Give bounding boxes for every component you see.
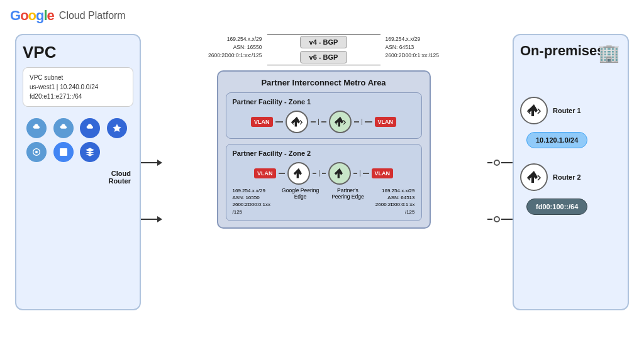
bgp-right-info: 169.254.x.x/29 ASN: 64513 2600:2D00:0:1:… — [386, 34, 448, 59]
vpc-title: VPC — [23, 43, 133, 62]
right-connectors — [487, 34, 513, 310]
cloud-router-label: CloudRouter — [109, 170, 131, 185]
cloud-icon-1 — [26, 118, 47, 138]
onprem-panel: On-premises 🏢 Router 1 10.120.1.0/24 — [513, 34, 629, 310]
subnet2-container: fd00:100::/64 — [526, 199, 621, 220]
subnet-ipv6: fd20:e11:e271::/64 — [30, 92, 126, 101]
zone2-right-info: 169.254.x.x/29 ASN: 64513 2600:2D00:0:1:… — [375, 187, 415, 215]
partner-peering-label: Partner'sPeering Edge — [331, 187, 364, 215]
network-icon-4 — [80, 142, 100, 162]
zone1-title: Partner Facility - Zone 1 — [233, 98, 415, 106]
bgp-left-info: 169.254.x.x/29 ASN: 16550 2600:2D00:0:1:… — [199, 34, 262, 59]
peering-labels: Google PeeringEdge Partner'sPeering Edge — [282, 187, 364, 215]
network-icon-2 — [26, 142, 47, 162]
zone2-panel: Partner Facility - Zone 2 VLAN — [226, 144, 422, 221]
left-connectors — [141, 34, 160, 310]
zone2-left-info: 169.254.x.x/29 ASN: 16550 2600:2D00:0:1x… — [233, 187, 271, 215]
cloud-router-area — [107, 142, 130, 162]
cloud-icons-grid — [25, 118, 131, 162]
router2-icon — [520, 163, 548, 191]
router1-label: Router 1 — [553, 107, 581, 114]
left-arrow-bottom — [138, 216, 162, 222]
zone2-vlan-left: VLAN — [254, 168, 276, 178]
zone2-node-right — [328, 162, 351, 185]
zone1-vlan-right: VLAN — [375, 117, 397, 127]
zone1-content: VLAN VLAN — [233, 111, 415, 133]
v6-bgp-box: v6 - BGP — [300, 51, 348, 63]
left-arrow-top — [138, 160, 162, 166]
bgp-line-container: v4 - BGP v6 - BGP — [267, 34, 380, 65]
subnet1-container: 10.120.1.0/24 — [526, 132, 621, 153]
router1-row: Router 1 — [520, 97, 621, 124]
zone2-title: Partner Facility - Zone 2 — [233, 150, 415, 157]
zone1-vlan-left: VLAN — [251, 117, 273, 127]
vpc-panel: VPC VPC subnet us-west1 | 10.240.0.0/24 … — [15, 34, 141, 310]
network-icon-1 — [107, 118, 127, 138]
gcp-logo: Google Cloud Platform — [10, 8, 126, 24]
svg-point-1 — [35, 151, 38, 153]
bgp-top-line — [267, 34, 380, 35]
onprem-routers: Router 1 10.120.1.0/24 Router 2 fd00:100… — [520, 97, 621, 220]
svg-rect-2 — [60, 148, 67, 156]
bgp-boxes: v4 - BGP v6 - BGP — [300, 36, 348, 63]
router2-label: Router 2 — [553, 173, 581, 181]
google-peering-label: Google PeeringEdge — [282, 187, 319, 215]
zone1-node-right — [329, 111, 352, 133]
cloud-platform-label: Cloud Platform — [59, 10, 126, 21]
right-arrow-top — [487, 160, 513, 166]
bgp-bottom-line — [267, 65, 380, 65]
right-arrow-bottom — [487, 216, 513, 222]
zone2-info: 169.254.x.x/29 ASN: 16550 2600:2D00:0:1x… — [233, 187, 415, 215]
center-section: 169.254.x.x/29 ASN: 16550 2600:2D00:0:1:… — [160, 34, 487, 229]
zone1-panel: Partner Facility - Zone 1 VLAN — [226, 92, 422, 139]
router1-icon — [520, 97, 548, 124]
full-diagram: VPC VPC subnet us-west1 | 10.240.0.0/24 … — [10, 34, 634, 334]
bgp-top-section: 169.254.x.x/29 ASN: 16550 2600:2D00:0:1:… — [160, 34, 487, 65]
google-logo-text: Google — [10, 8, 54, 24]
small-circle-top — [494, 160, 500, 166]
header: Google Cloud Platform — [0, 0, 644, 31]
cloud-icon-3 — [80, 118, 100, 138]
diagram-area: VPC VPC subnet us-west1 | 10.240.0.0/24 … — [0, 31, 644, 339]
cloud-icon-2 — [53, 118, 74, 138]
metro-title: Partner Interconnect Metro Area — [226, 78, 422, 87]
zone1-node-left — [286, 111, 308, 133]
vpc-subnet-box: VPC subnet us-west1 | 10.240.0.0/24 fd20… — [23, 67, 133, 107]
zone2-vlan-right: VLAN — [372, 168, 394, 178]
subnet1-badge: 10.120.1.0/24 — [526, 132, 587, 148]
network-icon-3 — [53, 142, 74, 162]
metro-area: Partner Interconnect Metro Area Partner … — [217, 70, 431, 229]
subnet2-badge: fd00:100::/64 — [526, 199, 587, 215]
small-circle-bottom — [494, 216, 500, 222]
v4-bgp-box: v4 - BGP — [300, 36, 348, 48]
building-icon: 🏢 — [598, 43, 620, 63]
subnet-label: VPC subnet — [30, 73, 126, 82]
zone2-content: VLAN VLAN — [233, 162, 415, 185]
subnet-info: us-west1 | 10.240.0.0/24 — [30, 82, 126, 92]
zone2-node-left — [287, 162, 310, 185]
router2-row: Router 2 — [520, 163, 621, 191]
